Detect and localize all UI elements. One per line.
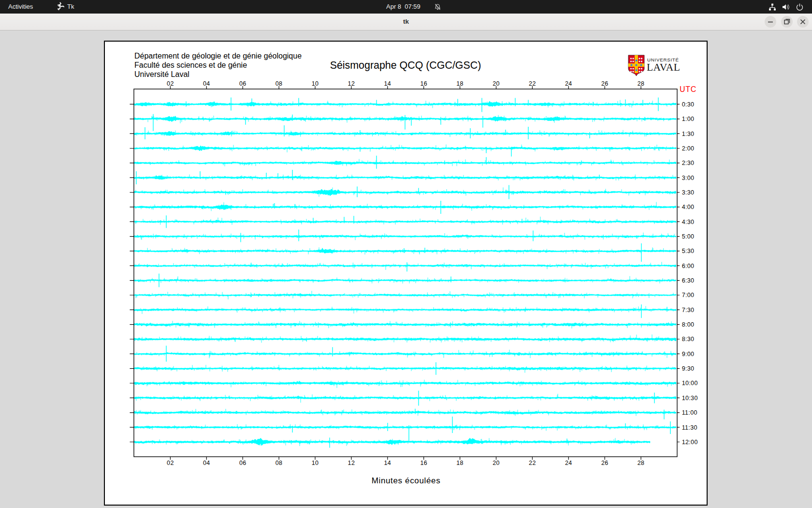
svg-text:2:30: 2:30 [682, 160, 695, 166]
svg-text:26: 26 [601, 460, 609, 466]
svg-text:18: 18 [456, 460, 464, 466]
svg-text:7:30: 7:30 [682, 307, 695, 314]
svg-text:9:30: 9:30 [682, 365, 695, 372]
svg-text:3:00: 3:00 [682, 175, 695, 181]
svg-text:2:00: 2:00 [682, 145, 695, 152]
svg-text:02: 02 [167, 460, 174, 466]
svg-text:12: 12 [348, 460, 355, 466]
svg-text:Université Laval: Université Laval [134, 70, 189, 78]
svg-text:12: 12 [348, 80, 355, 87]
svg-text:08: 08 [276, 80, 283, 87]
svg-text:Séismographe QCQ (CGC/GSC): Séismographe QCQ (CGC/GSC) [330, 60, 481, 71]
svg-text:10: 10 [312, 460, 319, 466]
svg-text:4:00: 4:00 [682, 204, 695, 210]
svg-text:06: 06 [239, 80, 246, 87]
svg-text:16: 16 [420, 80, 427, 87]
svg-text:06: 06 [239, 460, 246, 466]
svg-text:Faculté des sciences et de gén: Faculté des sciences et de génie [134, 61, 247, 69]
svg-text:22: 22 [529, 460, 536, 466]
svg-text:LAVAL: LAVAL [647, 61, 680, 73]
svg-text:1:00: 1:00 [682, 116, 695, 122]
svg-text:3:30: 3:30 [682, 189, 695, 196]
svg-text:11:30: 11:30 [682, 424, 697, 431]
svg-text:Minutes écoulées: Minutes écoulées [372, 476, 441, 485]
svg-text:5:00: 5:00 [682, 233, 695, 240]
svg-text:08: 08 [276, 460, 283, 466]
svg-text:6:00: 6:00 [682, 263, 695, 269]
svg-text:4:30: 4:30 [682, 219, 695, 225]
svg-text:10: 10 [312, 80, 319, 87]
svg-text:11:00: 11:00 [682, 409, 697, 416]
svg-text:UTC: UTC [680, 85, 696, 93]
svg-text:14: 14 [384, 460, 391, 466]
svg-text:20: 20 [493, 460, 500, 466]
svg-text:6:30: 6:30 [682, 277, 695, 284]
svg-text:12:00: 12:00 [682, 439, 698, 446]
svg-text:14: 14 [384, 80, 391, 87]
svg-text:5:30: 5:30 [682, 248, 695, 254]
svg-text:28: 28 [638, 80, 645, 87]
svg-text:28: 28 [638, 460, 645, 466]
svg-text:24: 24 [565, 460, 572, 466]
svg-text:04: 04 [203, 80, 210, 87]
svg-text:22: 22 [529, 80, 536, 87]
svg-text:04: 04 [203, 460, 210, 466]
svg-text:10:30: 10:30 [682, 395, 698, 402]
svg-text:9:00: 9:00 [682, 351, 695, 358]
svg-text:24: 24 [565, 80, 572, 87]
svg-text:7:00: 7:00 [682, 292, 695, 299]
svg-text:26: 26 [601, 80, 609, 87]
svg-text:16: 16 [420, 460, 427, 466]
svg-text:8:30: 8:30 [682, 336, 695, 343]
svg-text:Département de géologie et de: Département de géologie et de génie géol… [134, 52, 302, 60]
svg-text:10:00: 10:00 [682, 380, 698, 387]
svg-text:20: 20 [493, 80, 500, 87]
svg-text:0:30: 0:30 [682, 101, 695, 108]
svg-text:02: 02 [167, 80, 174, 87]
svg-text:18: 18 [456, 80, 464, 87]
svg-text:8:00: 8:00 [682, 321, 695, 328]
svg-text:1:30: 1:30 [682, 131, 695, 137]
